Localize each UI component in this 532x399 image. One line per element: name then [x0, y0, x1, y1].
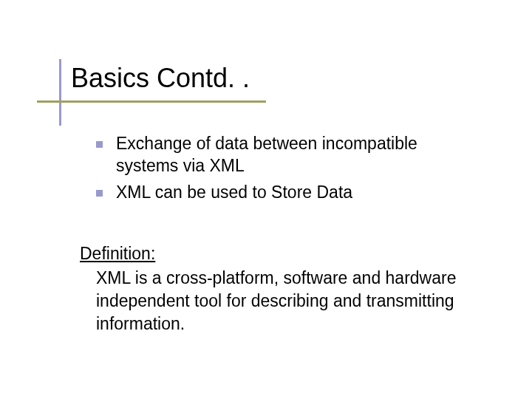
slide: Basics Contd. . Exchange of data between… [0, 0, 532, 399]
list-item: Exchange of data between incompatible sy… [96, 133, 480, 177]
list-item-text: XML can be used to Store Data [116, 182, 352, 204]
definition-text: XML is a cross-platform, software and ha… [96, 267, 494, 335]
square-bullet-icon [96, 141, 103, 148]
slide-title: Basics Contd. . [71, 64, 250, 93]
square-bullet-icon [96, 190, 103, 197]
definition-label: Definition: [80, 244, 494, 264]
definition-block: Definition: XML is a cross-platform, sof… [80, 244, 494, 335]
list-item: XML can be used to Store Data [96, 182, 480, 204]
bullet-list: Exchange of data between incompatible sy… [96, 133, 480, 208]
title-block: Basics Contd. . [71, 64, 250, 93]
title-vertical-accent [59, 59, 61, 126]
title-underline-accent [37, 100, 266, 103]
list-item-text: Exchange of data between incompatible sy… [116, 133, 480, 177]
